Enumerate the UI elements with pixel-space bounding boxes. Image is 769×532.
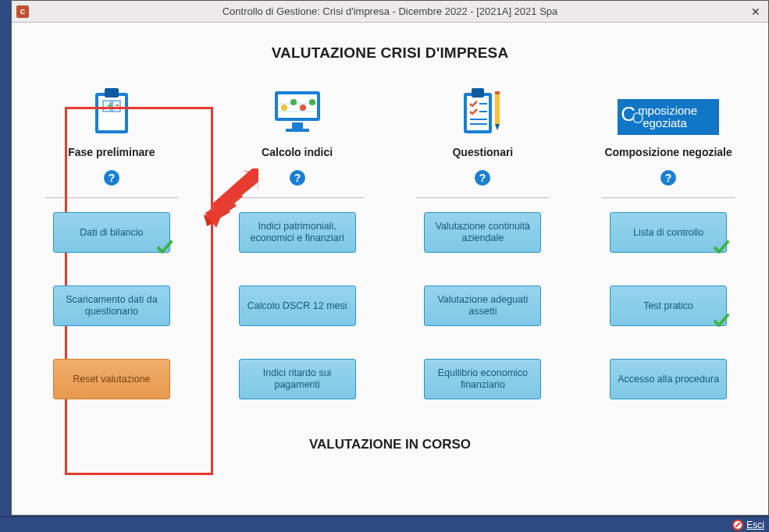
section-valutazione-in-corso: VALUTAZIONE IN CORSO bbox=[12, 437, 768, 452]
help-icon[interactable]: ? bbox=[289, 169, 306, 186]
button-label: Reset valutazione bbox=[73, 374, 150, 385]
svg-text:+: + bbox=[107, 101, 112, 112]
monitor-icon bbox=[272, 80, 323, 135]
svg-rect-9 bbox=[105, 88, 119, 98]
valutazione-continuita-button[interactable]: Valutazione continuità aziendale bbox=[424, 212, 541, 253]
clipboard-icon: + - bbox=[91, 80, 133, 135]
button-label: Valutazione continuità aziendale bbox=[431, 221, 534, 244]
divider bbox=[416, 197, 549, 198]
col-composizione: CO mposizione egoziata Composizione nego… bbox=[600, 80, 737, 432]
logo-line1: mposizione bbox=[638, 105, 719, 117]
stop-icon bbox=[732, 520, 743, 530]
app-window: C Controllo di Gestione: Crisi d'impresa… bbox=[11, 0, 769, 516]
esci-button[interactable]: Esci bbox=[732, 520, 764, 530]
indici-ritardo-button[interactable]: Indici ritardo sui pagamenti bbox=[239, 359, 356, 399]
esci-label: Esci bbox=[746, 520, 764, 530]
svg-rect-30 bbox=[472, 88, 484, 98]
button-label: Lista di controllo bbox=[633, 227, 703, 239]
svg-marker-36 bbox=[495, 124, 500, 130]
check-icon bbox=[714, 239, 729, 255]
svg-point-24 bbox=[300, 105, 306, 111]
test-pratico-button[interactable]: Test pratico bbox=[610, 286, 727, 326]
svg-point-25 bbox=[309, 99, 315, 105]
titlebar: C Controllo di Gestione: Crisi d'impresa… bbox=[12, 1, 768, 23]
check-icon bbox=[157, 239, 173, 255]
col-title-composizione: Composizione negoziale bbox=[604, 140, 732, 165]
svg-rect-18 bbox=[292, 122, 303, 129]
content-area: VALUTAZIONE CRISI D'IMPRESA bbox=[12, 44, 768, 532]
svg-rect-35 bbox=[495, 94, 500, 124]
divider bbox=[45, 197, 178, 198]
help-icon[interactable]: ? bbox=[660, 169, 677, 186]
button-label: Scaricamento dati da questionario bbox=[60, 294, 163, 317]
check-icon bbox=[714, 313, 729, 328]
svg-text:?: ? bbox=[294, 172, 301, 184]
svg-rect-37 bbox=[495, 91, 500, 94]
button-label: Valutazione adeguati assetti bbox=[431, 294, 534, 317]
svg-rect-29 bbox=[467, 96, 489, 130]
reset-valutazione-button[interactable]: Reset valutazione bbox=[53, 359, 170, 399]
col-calcolo-indici: Calcolo indici ? Indici patrimoniali, ec… bbox=[229, 80, 366, 432]
button-label: Indici patrimoniali, economici e finanzi… bbox=[246, 221, 349, 244]
app-icon: C bbox=[16, 5, 29, 18]
help-icon[interactable]: ? bbox=[474, 169, 491, 186]
window-title: Controllo di Gestione: Crisi d'impresa -… bbox=[12, 5, 768, 17]
composizione-logo: CO mposizione egoziata bbox=[618, 80, 719, 135]
button-label: Test pratico bbox=[643, 300, 693, 312]
col-title-fase: Fase preliminare bbox=[68, 140, 155, 165]
col-title-questionari: Questionari bbox=[452, 140, 513, 165]
valutazione-adeguati-button[interactable]: Valutazione adeguati assetti bbox=[424, 286, 541, 326]
dati-di-bilancio-button[interactable]: Dati di bilancio bbox=[53, 212, 170, 253]
svg-rect-19 bbox=[286, 129, 309, 132]
button-label: Indici ritardo sui pagamenti bbox=[246, 367, 349, 391]
svg-text:?: ? bbox=[479, 172, 486, 184]
svg-text:?: ? bbox=[109, 172, 116, 184]
calcolo-dscr-button[interactable]: Calcolo DSCR 12 mesi bbox=[239, 286, 356, 326]
scaricamento-dati-button[interactable]: Scaricamento dati da questionario bbox=[53, 286, 170, 326]
svg-point-23 bbox=[290, 99, 297, 105]
button-label: Calcolo DSCR 12 mesi bbox=[247, 300, 347, 312]
equilibrio-economico-button[interactable]: Equilibrio economico finanziario bbox=[424, 359, 541, 399]
col-fase-preliminare: + - Fase preliminare ? Dati di bilancio bbox=[43, 80, 180, 432]
svg-text:?: ? bbox=[665, 172, 672, 184]
status-bar: Esci bbox=[0, 516, 769, 532]
divider bbox=[231, 197, 364, 198]
accesso-procedura-button[interactable]: Accesso alla procedura bbox=[610, 359, 727, 399]
page-title: VALUTAZIONE CRISI D'IMPRESA bbox=[12, 44, 768, 62]
button-label: Equilibrio economico finanziario bbox=[431, 367, 534, 391]
button-label: Accesso alla procedura bbox=[618, 374, 719, 385]
divider bbox=[602, 197, 735, 198]
checklist-icon bbox=[459, 80, 506, 135]
svg-point-22 bbox=[281, 105, 287, 111]
help-icon[interactable]: ? bbox=[103, 169, 120, 186]
logo-line2: egoziata bbox=[638, 117, 719, 129]
close-icon[interactable]: ✕ bbox=[748, 4, 764, 20]
col-title-calcolo: Calcolo indici bbox=[262, 140, 333, 165]
button-label: Dati di bilancio bbox=[80, 227, 143, 239]
indici-patrimoniali-button[interactable]: Indici patrimoniali, economici e finanzi… bbox=[239, 212, 356, 253]
lista-di-controllo-button[interactable]: Lista di controllo bbox=[610, 212, 727, 253]
col-questionari: Questionari ? Valutazione continuità azi… bbox=[415, 80, 552, 432]
svg-text:-: - bbox=[116, 98, 119, 111]
